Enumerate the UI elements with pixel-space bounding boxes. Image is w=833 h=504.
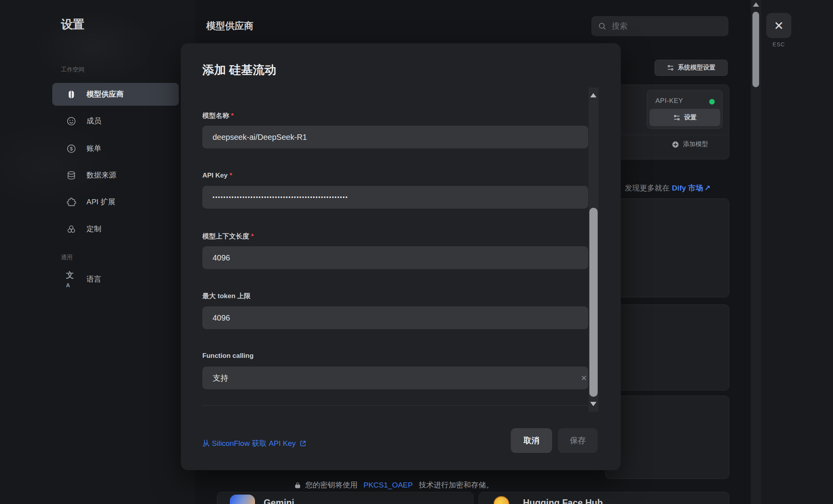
card-divider xyxy=(605,135,729,135)
add-model-button[interactable]: 添加模型 xyxy=(672,140,708,148)
sidebar-item-model-providers[interactable]: 模型供应商 xyxy=(52,83,179,106)
sidebar-item-label: 账单 xyxy=(86,143,101,154)
sidebar-item-data-sources[interactable]: 数据来源 xyxy=(52,164,179,187)
modal-scroll-up-arrow[interactable] xyxy=(590,93,596,97)
page-title: 模型供应商 xyxy=(206,20,253,32)
esc-hint: ESC xyxy=(766,41,791,48)
sidebar-item-label: 模型供应商 xyxy=(86,89,124,99)
external-link-icon xyxy=(299,440,307,447)
cancel-button[interactable]: 取消 xyxy=(511,428,552,453)
provider-card xyxy=(605,304,729,390)
security-note: 您的密钥将使用PKCS1_OAEP技术进行加密和存储。 xyxy=(294,480,494,490)
footer-divider xyxy=(202,405,588,406)
sliders-icon xyxy=(667,64,674,71)
max-tokens-input[interactable] xyxy=(202,306,588,329)
dify-marketplace-link[interactable]: Dify 市场 xyxy=(672,184,703,192)
sidebar-item-label: 语言 xyxy=(86,274,101,284)
api-key-label: API-KEY xyxy=(655,97,683,105)
modal-scroll-down-arrow[interactable] xyxy=(590,402,596,406)
members-icon xyxy=(66,116,77,126)
provider-card-gemini: Gemini xyxy=(217,492,473,504)
modal-side-gutter xyxy=(761,0,833,504)
model-name-input[interactable] xyxy=(202,126,588,148)
sidebar-item-language[interactable]: 文A 语言 xyxy=(52,268,179,291)
sidebar-item-label: API 扩展 xyxy=(86,197,116,207)
customize-icon xyxy=(66,224,77,235)
gemini-logo xyxy=(230,495,255,504)
encryption-tech: PKCS1_OAEP xyxy=(363,481,413,489)
language-icon: 文A xyxy=(66,274,77,285)
field-label-context-length: 模型上下文长度* xyxy=(202,232,254,241)
sidebar-item-label: 定制 xyxy=(86,224,101,234)
api-extension-icon xyxy=(66,197,77,207)
provider-card-huggingface: Hugging Face Hub xyxy=(479,492,729,504)
search-input[interactable] xyxy=(611,21,713,31)
system-model-settings-button[interactable]: 系统模型设置 xyxy=(655,60,728,76)
field-label-function-calling: Function calling xyxy=(202,352,253,360)
search-icon xyxy=(598,22,607,31)
settings-sidebar: 设置 工作空间 模型供应商 成员 xyxy=(0,0,195,504)
context-length-input[interactable] xyxy=(202,246,588,269)
section-label-general: 通用 xyxy=(61,254,73,261)
scroll-up-arrow[interactable] xyxy=(753,2,759,7)
svg-text:$: $ xyxy=(70,146,73,152)
save-button[interactable]: 保存 xyxy=(558,428,598,453)
sidebar-item-label: 数据来源 xyxy=(86,170,116,180)
close-button[interactable]: ✕ xyxy=(766,13,791,38)
api-key-settings-button[interactable]: 设置 xyxy=(650,109,720,126)
sidebar-item-billing[interactable]: $ 账单 xyxy=(52,137,179,160)
settings-screen: 设置 工作空间 模型供应商 成员 xyxy=(0,0,833,504)
modal-scrollbar-thumb[interactable] xyxy=(589,208,598,397)
provider-card-siliconflow: API-KEY 设置 添加模型 xyxy=(605,84,729,159)
api-key-chip: API-KEY 设置 xyxy=(647,90,723,129)
required-marker: * xyxy=(229,172,232,179)
arrow-up-right-icon: ↗ xyxy=(704,184,710,192)
function-calling-input[interactable] xyxy=(202,367,588,389)
sidebar-item-customization[interactable]: 定制 xyxy=(52,218,179,240)
provider-card xyxy=(605,198,729,297)
api-key-input[interactable] xyxy=(202,186,588,209)
section-label-workspace: 工作空间 xyxy=(61,66,84,73)
required-marker: * xyxy=(251,233,254,240)
sidebar-item-label: 成员 xyxy=(86,116,101,126)
sidebar-item-api-extensions[interactable]: API 扩展 xyxy=(52,191,179,213)
page-scrollbar-thumb[interactable] xyxy=(752,12,759,87)
clear-icon[interactable]: ✕ xyxy=(581,374,587,383)
hugging-face-logo xyxy=(494,496,509,504)
data-source-icon xyxy=(66,170,77,181)
plus-circle-icon xyxy=(672,141,679,148)
discover-more-row: 发现更多就在Dify 市场↗ xyxy=(625,183,710,193)
billing-icon: $ xyxy=(66,143,77,154)
brain-icon xyxy=(66,89,77,100)
get-api-key-link[interactable]: 从 SiliconFlow 获取 API Key xyxy=(202,438,307,449)
settings-title: 设置 xyxy=(61,16,84,33)
close-icon: ✕ xyxy=(774,19,783,33)
add-provider-modal: 添加 硅基流动 模型名称* API Key* 模型上下文长度* 最大 token… xyxy=(181,43,621,470)
modal-scrollbar[interactable] xyxy=(589,88,598,412)
sliders-icon xyxy=(673,114,681,121)
field-label-max-tokens: 最大 token 上限 xyxy=(202,291,251,301)
page-scrollbar[interactable] xyxy=(751,0,761,504)
search-box[interactable] xyxy=(591,16,728,36)
modal-title: 添加 硅基流动 xyxy=(202,62,276,78)
field-label-api-key: API Key* xyxy=(202,172,232,180)
sidebar-item-members[interactable]: 成员 xyxy=(52,110,179,132)
lock-icon xyxy=(294,481,302,489)
api-key-status-dot xyxy=(709,99,715,104)
provider-card xyxy=(605,396,729,479)
required-marker: * xyxy=(231,112,234,119)
field-label-model-name: 模型名称* xyxy=(202,111,234,120)
